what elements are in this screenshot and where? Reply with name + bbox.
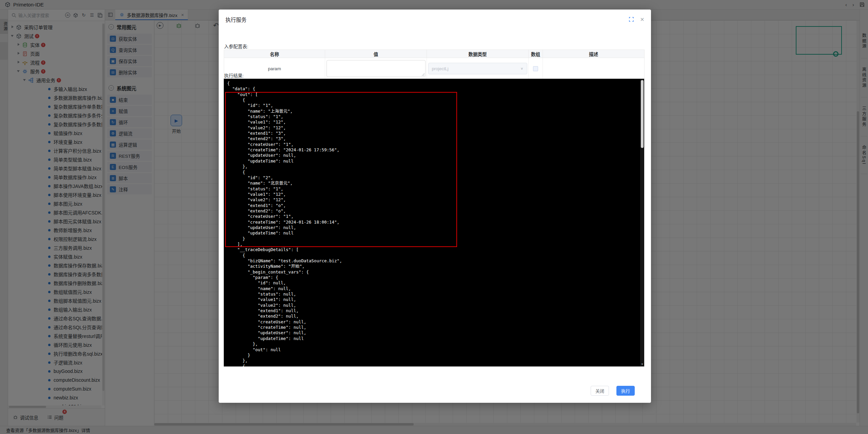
app-window: Primeton-IDE ‹ › 资源 输入关键字搜索 AI ↻ [0,0,868,434]
param-table: 名称 值 数据类型 数组 描述 param projectLj ∨ [224,50,645,79]
result-label: 执行结果: [224,72,244,79]
fullscreen-icon[interactable] [629,17,634,22]
col-header-name: 名称 [224,50,325,58]
console-output: { "data": { "out": [ { "id": "1", "name"… [224,79,644,366]
scroll-down-arrow-icon[interactable]: ▼ [640,363,644,366]
param-table-label: 入参配置表: [224,43,248,50]
console-scrollbar-thumb[interactable] [641,80,644,148]
col-header-value: 值 [325,50,427,58]
dialog-footer: 关闭 执行 [219,378,651,403]
close-dialog-icon[interactable]: × [640,16,644,23]
close-button[interactable]: 关闭 [591,386,609,396]
execute-service-dialog: 执行服务 × 入参配置表: 名称 值 数据类型 数组 描述 param proj… [219,10,651,403]
array-checkbox[interactable] [533,66,538,71]
param-table-header: 名称 值 数据类型 数组 描述 [224,50,644,58]
param-desc-cell [543,58,644,79]
chevron-down-icon: ∨ [520,67,524,70]
col-header-datatype: 数据类型 [427,50,529,58]
param-table-row: param projectLj ∨ [224,58,644,79]
param-value-input[interactable] [327,60,426,77]
console-scrollbar[interactable]: ▼ [640,79,644,366]
selected-datatype: projectLj [432,66,449,71]
dialog-title: 执行服务 [225,16,246,23]
col-header-desc: 描述 [543,50,644,58]
execution-result-console[interactable]: { "data": { "out": [ { "id": "1", "name"… [224,79,644,366]
execute-button[interactable]: 执行 [616,386,635,396]
dialog-header: 执行服务 × [219,10,651,29]
param-datatype-select[interactable]: projectLj ∨ [428,63,527,74]
col-header-array: 数组 [529,50,543,58]
